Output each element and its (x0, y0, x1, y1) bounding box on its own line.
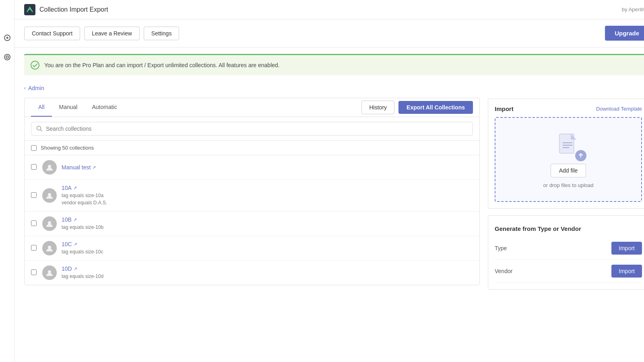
tabs-row: All Manual Automatic History Export All … (25, 98, 479, 117)
notice-bar: You are on the Pro Plan and can import /… (24, 54, 644, 75)
import-section: Import Download Template (488, 99, 644, 209)
select-all-checkbox[interactable] (31, 145, 37, 151)
by-label: by Aperitive (622, 6, 644, 12)
vendor-label: Vendor (495, 268, 512, 274)
tab-automatic[interactable]: Automatic (85, 98, 124, 117)
leave-review-button[interactable]: Leave a Review (84, 27, 140, 40)
svg-point-4 (4, 54, 10, 60)
notice-text: You are on the Pro Plan and can import /… (44, 62, 280, 68)
drop-text: or drop files to upload (543, 182, 593, 188)
external-link-icon: ↗ (73, 185, 77, 191)
upgrade-button[interactable]: Upgrade (605, 26, 644, 41)
tabs-actions: History Export All Collections (361, 101, 473, 114)
collection-list: Manual test ↗ (25, 155, 479, 285)
showing-text: Showing 50 collections (41, 145, 94, 151)
vendor-import-button[interactable]: Import (611, 265, 642, 278)
row-checkbox-wrap (31, 245, 37, 252)
breadcrumb-chevron-icon: ‹ (24, 85, 26, 91)
type-label: Type (495, 245, 507, 251)
table-row: 10D ↗ tag equals size-10d (25, 261, 479, 285)
collection-info: 10A ↗ tag equals size-10avendor equals D… (62, 185, 473, 206)
sidebar-settings-icon[interactable] (2, 51, 13, 63)
page-main: Collection Import Export by Aperitive Co… (14, 0, 644, 362)
collection-meta: tag equals size-10d (62, 273, 473, 280)
settings-button[interactable]: Settings (144, 27, 180, 40)
search-input[interactable] (46, 125, 468, 132)
collection-name[interactable]: 10A ↗ (62, 185, 473, 191)
avatar (42, 241, 57, 255)
search-row (25, 117, 479, 141)
contact-support-button[interactable]: Contact Support (24, 27, 80, 40)
download-template-link[interactable]: Download Template (596, 106, 642, 112)
svg-point-3 (6, 56, 8, 58)
table-row: 10A ↗ tag equals size-10avendor equals D… (25, 180, 479, 212)
svg-point-9 (48, 165, 51, 168)
action-bar: Contact Support Leave a Review Settings … (14, 19, 644, 47)
import-header: Import Download Template (495, 105, 642, 112)
avatar (42, 188, 57, 203)
svg-line-8 (41, 130, 42, 132)
external-link-icon: ↗ (92, 165, 96, 170)
row-checkbox[interactable] (31, 164, 37, 170)
collection-info: 10D ↗ tag equals size-10d (62, 265, 473, 280)
svg-point-13 (48, 270, 51, 274)
collection-info: 10C ↗ tag equals size-10c (62, 241, 473, 255)
generate-title: Generate from Type or Vendor (495, 222, 642, 232)
avatar (42, 265, 57, 280)
table-row: 10C ↗ tag equals size-10c (25, 236, 479, 261)
collection-name[interactable]: 10B ↗ (62, 216, 473, 223)
right-panel: Import Download Template (480, 99, 644, 352)
svg-point-12 (48, 246, 51, 249)
collection-meta: tag equals size-10avendor equals D.A.S. (62, 192, 473, 206)
tab-all[interactable]: All (31, 98, 52, 117)
tabs: All Manual Automatic (31, 98, 124, 117)
row-checkbox-wrap (31, 192, 37, 199)
notice-check-icon (31, 61, 39, 70)
breadcrumb-label: Admin (28, 85, 44, 91)
row-checkbox[interactable] (31, 245, 37, 251)
avatar (42, 216, 57, 231)
export-all-button[interactable]: Export All Collections (398, 101, 473, 114)
collection-info: 10B ↗ tag equals size-10b (62, 216, 473, 231)
svg-point-10 (48, 193, 51, 196)
row-checkbox[interactable] (31, 269, 37, 275)
collection-name[interactable]: 10C ↗ (62, 241, 473, 247)
drop-zone-icons (554, 131, 582, 159)
top-header-left: Collection Import Export (24, 4, 108, 15)
generate-section: Generate from Type or Vendor Type Import… (488, 215, 644, 290)
app-logo-icon (24, 4, 35, 15)
tab-manual[interactable]: Manual (52, 98, 85, 117)
upload-icon (575, 150, 586, 161)
collections-panel: All Manual Automatic History Export All … (24, 98, 480, 285)
external-link-icon: ↗ (73, 217, 77, 222)
avatar (42, 160, 57, 175)
row-checkbox-wrap (31, 164, 37, 171)
history-button[interactable]: History (361, 101, 394, 114)
top-header: Collection Import Export by Aperitive (14, 0, 644, 19)
external-link-icon: ↗ (74, 242, 77, 247)
external-link-icon: ↗ (74, 266, 77, 272)
svg-point-6 (31, 61, 39, 69)
drop-zone[interactable]: Add file or drop files to upload (495, 117, 642, 202)
breadcrumb[interactable]: ‹ Admin (24, 82, 480, 98)
showing-row: Showing 50 collections (25, 141, 479, 155)
row-checkbox-wrap (31, 269, 37, 276)
main-content: ‹ Admin All Manual Automatic (14, 82, 644, 362)
svg-rect-5 (24, 4, 35, 15)
sidebar-plus-icon[interactable] (2, 32, 13, 43)
search-icon (36, 125, 43, 132)
table-row: 10B ↗ tag equals size-10b (25, 212, 479, 236)
left-panel: ‹ Admin All Manual Automatic (24, 82, 480, 352)
add-file-button[interactable]: Add file (551, 164, 586, 177)
table-row: Manual test ↗ (25, 155, 479, 180)
row-checkbox[interactable] (31, 192, 37, 198)
type-import-button[interactable]: Import (611, 242, 642, 255)
sidebar (0, 0, 14, 362)
search-input-wrap (31, 122, 473, 136)
collection-name[interactable]: 10D ↗ (62, 265, 473, 272)
collection-name[interactable]: Manual test ↗ (62, 164, 473, 171)
collection-info: Manual test ↗ (62, 164, 473, 171)
collection-meta: tag equals size-10b (62, 224, 473, 231)
action-bar-left: Contact Support Leave a Review Settings (24, 27, 179, 40)
row-checkbox[interactable] (31, 220, 37, 226)
